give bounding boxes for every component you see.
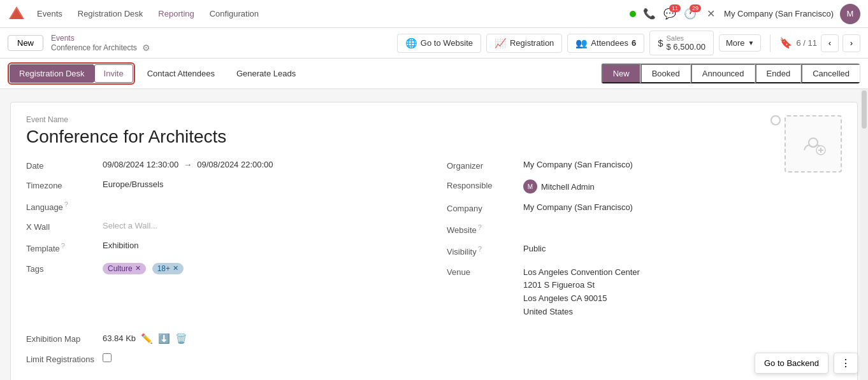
nav-reporting[interactable]: Reporting — [152, 6, 200, 21]
breadcrumb-parent[interactable]: Events — [51, 34, 150, 43]
main-content: Event Name Conference for Architects Dat… — [0, 89, 868, 380]
scrollbar-thumb[interactable] — [862, 90, 867, 129]
goto-website-button[interactable]: 🌐 Go to Website — [397, 34, 481, 53]
chat-badge: 11 — [669, 4, 681, 12]
form-right: Organizer My Company (San Francisco) Res… — [447, 160, 842, 328]
field-language: Language? — [26, 199, 421, 212]
new-button[interactable]: New — [8, 35, 43, 51]
field-venue: Venue Los Angeles Convention Center 1201… — [447, 266, 842, 319]
xwall-value[interactable]: Select a Wall... — [103, 221, 421, 230]
form-left: Date 09/08/2024 12:30:00 → 09/08/2024 22… — [26, 160, 421, 328]
radio-button[interactable] — [770, 115, 781, 125]
more-dots-button[interactable]: ⋮ — [834, 353, 858, 374]
venue-label: Venue — [447, 266, 523, 277]
highlighted-tabs: Registration Desk Invite — [8, 62, 135, 85]
limit-registrations-value — [103, 353, 842, 364]
gear-icon[interactable]: ⚙ — [142, 43, 150, 53]
activity-icon[interactable]: 🕐 29 — [683, 7, 697, 21]
company-name[interactable]: My Company (San Francisco) — [724, 9, 834, 18]
stage-announced[interactable]: Announced — [691, 64, 755, 83]
exhibition-map-value: 63.84 Kb ✏️ ⬇️ 🗑️ — [103, 333, 842, 344]
tag-culture-remove[interactable]: ✕ — [135, 264, 141, 272]
bottom-bar: Go to Backend ⋮ — [744, 346, 868, 380]
phone-icon[interactable]: 📞 — [642, 7, 656, 21]
event-name-label: Event Name — [26, 115, 842, 124]
more-button[interactable]: More ▼ — [719, 34, 762, 52]
attendees-count: 6 — [632, 38, 636, 48]
timezone-value[interactable]: Europe/Brussels — [103, 179, 421, 189]
template-value[interactable]: Exhibition — [103, 241, 421, 250]
limit-registrations-label: Limit Registrations — [26, 353, 103, 364]
nav-registration-desk[interactable]: Registration Desk — [71, 6, 150, 21]
breadcrumb-current: Conference for Architects — [51, 43, 137, 52]
download-file-icon[interactable]: ⬇️ — [158, 333, 170, 344]
settings-icon[interactable]: ✕ — [704, 7, 718, 21]
limit-registrations-checkbox[interactable] — [103, 353, 112, 362]
field-website: Website? — [447, 222, 842, 235]
field-exhibition-map: Exhibition Map 63.84 Kb ✏️ ⬇️ 🗑️ — [26, 333, 842, 344]
attendees-button[interactable]: 👥 Attendees 6 — [567, 34, 644, 53]
tags-label: Tags — [26, 263, 103, 274]
prev-page-button[interactable]: ‹ — [821, 34, 839, 52]
dropdown-arrow-icon: ▼ — [748, 39, 755, 46]
tag-culture: Culture ✕ — [103, 263, 146, 274]
tab-contact-attendees[interactable]: Contact Attendees — [138, 64, 224, 83]
visibility-value[interactable]: Public — [523, 244, 842, 253]
company-value[interactable]: My Company (San Francisco) — [523, 202, 842, 212]
date-start[interactable]: 09/08/2024 12:30:00 — [103, 160, 178, 169]
tab-bar: Registration Desk Invite Contact Attende… — [0, 59, 868, 89]
divider — [770, 34, 770, 52]
tab-invite[interactable]: Invite — [94, 64, 133, 83]
user-avatar[interactable]: M — [840, 4, 860, 24]
nav-configuration[interactable]: Configuration — [203, 6, 265, 21]
photo-upload[interactable] — [785, 115, 842, 172]
date-value: 09/08/2024 12:30:00 → 09/08/2024 22:00:0… — [103, 160, 421, 169]
next-page-button[interactable]: › — [843, 34, 860, 52]
breadcrumb: Events Conference for Architects ⚙ — [51, 34, 150, 53]
navbar-right: 📞 💬 11 🕐 29 ✕ My Company (San Francisco)… — [630, 4, 860, 24]
exhibition-map-label: Exhibition Map — [26, 333, 103, 344]
field-tags: Tags Culture ✕ 18+ ✕ — [26, 263, 421, 274]
page-info: 6 / 11 — [796, 38, 817, 48]
edit-file-icon[interactable]: ✏️ — [141, 333, 153, 344]
field-organizer: Organizer My Company (San Francisco) — [447, 160, 842, 171]
template-help-icon[interactable]: ? — [61, 242, 65, 250]
tags-value: Culture ✕ 18+ ✕ — [103, 263, 421, 274]
tab-registration-desk[interactable]: Registration Desk — [10, 64, 94, 83]
registration-button[interactable]: 📈 Registration — [486, 34, 562, 53]
website-help-icon[interactable]: ? — [478, 223, 482, 231]
app-logo[interactable] — [8, 5, 25, 23]
language-help-icon[interactable]: ? — [64, 201, 68, 208]
tab-generate-leads[interactable]: Generate Leads — [227, 64, 305, 83]
chat-icon[interactable]: 💬 11 — [663, 7, 677, 21]
responsible-avatar: M — [523, 179, 537, 194]
status-indicator — [630, 11, 636, 17]
go-to-backend-button[interactable]: Go to Backend — [755, 353, 828, 374]
globe-icon: 🌐 — [405, 38, 417, 49]
field-limit-registrations: Limit Registrations — [26, 353, 842, 364]
event-title: Conference for Architects — [26, 127, 842, 147]
delete-file-icon[interactable]: 🗑️ — [175, 333, 187, 344]
company-label: Company — [447, 202, 523, 213]
venue-value[interactable]: Los Angeles Convention Center 1201 S Fig… — [523, 266, 842, 319]
organizer-label: Organizer — [447, 160, 523, 171]
field-date: Date 09/08/2024 12:30:00 → 09/08/2024 22… — [26, 160, 421, 171]
stage-booked[interactable]: Booked — [640, 64, 691, 83]
nav-events[interactable]: Events — [31, 6, 69, 21]
field-xwall: X Wall Select a Wall... — [26, 221, 421, 232]
stage-cancelled[interactable]: Cancelled — [801, 64, 860, 83]
stage-new[interactable]: New — [602, 64, 640, 83]
visibility-help-icon[interactable]: ? — [478, 245, 482, 253]
responsible-value: M Mitchell Admin — [523, 179, 842, 194]
stage-ended[interactable]: Ended — [755, 64, 802, 83]
sales-button[interactable]: $ Sales $ 6,500.00 — [649, 31, 714, 55]
scrollbar[interactable] — [860, 89, 868, 380]
field-visibility: Visibility? Public — [447, 244, 842, 257]
tag-18plus-remove[interactable]: ✕ — [173, 264, 178, 272]
date-label: Date — [26, 160, 103, 171]
date-end[interactable]: 09/08/2024 22:00:00 — [197, 160, 273, 169]
arrow-icon: → — [184, 160, 192, 169]
bookmark-icon[interactable]: 🔖 — [779, 37, 792, 49]
chart-icon: 📈 — [495, 38, 507, 49]
responsible-label: Responsible — [447, 179, 523, 190]
